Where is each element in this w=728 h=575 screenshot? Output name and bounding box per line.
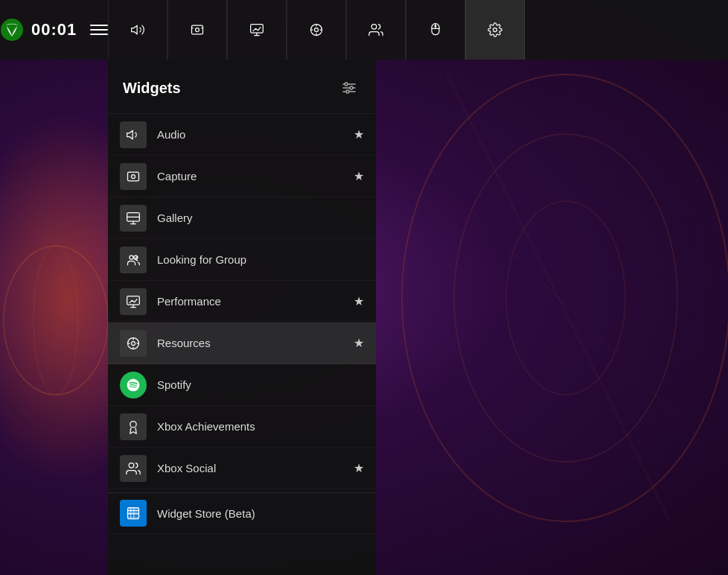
xbox-logo-icon: [0, 18, 24, 42]
svg-point-5: [4, 246, 108, 395]
gallery-widget-icon: [126, 211, 141, 226]
widget-item-xbox-achievements[interactable]: Xbox Achievements: [108, 406, 376, 448]
audio-star[interactable]: ★: [354, 127, 364, 142]
resources-icon-box: [120, 330, 147, 357]
performance-label: Performance: [157, 295, 354, 308]
looking-for-group-widget-icon: [126, 252, 141, 267]
audio-widget-icon: [126, 127, 141, 142]
nav-capture[interactable]: [167, 0, 227, 60]
performance-star[interactable]: ★: [354, 294, 364, 308]
looking-for-group-label: Looking for Group: [157, 253, 364, 266]
capture-nav-icon: [190, 22, 205, 37]
sidebar-filter-icon[interactable]: [337, 76, 361, 100]
widget-item-audio[interactable]: Audio ★: [108, 114, 376, 156]
capture-label: Capture: [157, 170, 354, 182]
achievements-icon-box: [120, 413, 147, 440]
capture-widget-icon: [126, 169, 141, 184]
svg-rect-8: [192, 25, 203, 34]
widget-item-spotify[interactable]: Spotify: [108, 364, 376, 406]
svg-point-13: [371, 25, 377, 30]
nav-performance[interactable]: [227, 0, 287, 60]
resources-star[interactable]: ★: [354, 336, 364, 350]
svg-point-22: [345, 83, 348, 86]
social-nav-icon: [368, 22, 383, 37]
svg-point-23: [350, 86, 353, 89]
sidebar-header: Widgets: [108, 60, 376, 114]
svg-point-17: [435, 25, 436, 27]
widget-item-resources[interactable]: Resources ★: [108, 323, 376, 364]
social-icon-box: [120, 455, 147, 482]
performance-icon-box: [120, 288, 147, 315]
widget-item-performance[interactable]: Performance ★: [108, 281, 376, 323]
sidebar-title: Widgets: [123, 80, 181, 97]
mouse-nav-icon: [428, 22, 443, 37]
svg-point-33: [130, 421, 136, 427]
svg-rect-30: [127, 296, 140, 305]
nav-settings[interactable]: [465, 0, 525, 60]
nav-audio[interactable]: [108, 0, 167, 60]
social-label: Xbox Social: [157, 462, 354, 474]
widget-item-xbox-social[interactable]: Xbox Social ★: [108, 448, 376, 489]
svg-point-32: [132, 341, 135, 345]
nav-mouse[interactable]: [406, 0, 465, 60]
performance-nav-icon: [249, 22, 264, 37]
widget-item-widget-store[interactable]: Widget Store (Beta): [108, 492, 376, 534]
widget-item-gallery[interactable]: Gallery: [108, 197, 376, 239]
achievements-widget-icon: [126, 419, 141, 434]
capture-icon-box: [120, 163, 147, 190]
svg-point-18: [494, 28, 497, 32]
store-icon-box: [120, 500, 147, 527]
svg-point-12: [315, 28, 319, 32]
audio-icon-box: [120, 121, 147, 148]
resources-label: Resources: [157, 337, 354, 349]
sidebar: Widgets Audio ★: [108, 60, 376, 575]
svg-point-9: [196, 28, 199, 32]
spotify-icon-box: [120, 372, 147, 398]
svg-point-1: [454, 134, 677, 462]
spotify-label: Spotify: [157, 378, 364, 391]
topbar-nav: [108, 0, 728, 60]
widget-item-capture[interactable]: Capture ★: [108, 156, 376, 197]
store-widget-icon: [126, 506, 141, 521]
svg-point-28: [130, 255, 133, 259]
social-widget-icon: [126, 461, 141, 476]
svg-rect-25: [128, 172, 139, 181]
capture-star[interactable]: ★: [354, 169, 364, 183]
hamburger-menu-icon[interactable]: [90, 19, 108, 41]
performance-widget-icon: [126, 294, 141, 309]
topbar-brand: 00:01: [0, 0, 108, 60]
audio-nav-icon: [130, 22, 145, 37]
widget-list: Audio ★ Capture ★ Gallery: [108, 114, 376, 534]
resources-widget-icon: [126, 336, 141, 351]
achievements-label: Xbox Achievements: [157, 420, 364, 433]
store-label: Widget Store (Beta): [157, 507, 364, 520]
settings-nav-icon: [488, 22, 502, 37]
svg-point-26: [132, 174, 135, 178]
svg-point-6: [33, 246, 78, 395]
topbar-timer: 00:01: [31, 20, 77, 39]
social-star[interactable]: ★: [354, 461, 364, 475]
nav-social[interactable]: [346, 0, 406, 60]
audio-label: Audio: [157, 128, 354, 141]
resources-nav-icon: [309, 22, 324, 37]
topbar: 00:01: [0, 0, 728, 60]
widget-item-looking-for-group[interactable]: Looking for Group: [108, 239, 376, 281]
gallery-icon-box: [120, 205, 147, 232]
svg-point-34: [129, 463, 134, 468]
spotify-widget-icon: [126, 378, 141, 393]
nav-resources[interactable]: [287, 0, 346, 60]
svg-point-7: [1, 19, 23, 41]
gallery-label: Gallery: [157, 212, 364, 224]
svg-rect-10: [251, 25, 264, 34]
svg-point-0: [402, 74, 728, 521]
svg-point-24: [346, 90, 349, 93]
looking-for-group-icon-box: [120, 247, 147, 273]
